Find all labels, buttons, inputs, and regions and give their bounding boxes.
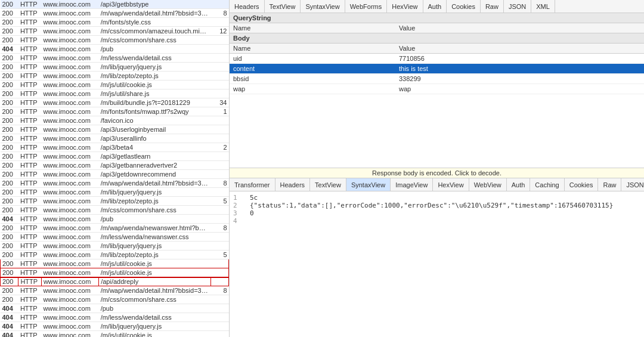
size-cell [210,322,228,331]
response-notice[interactable]: Response body is encoded. Click to decod… [230,168,644,178]
status-cell: 200 [1,268,18,277]
path-cell: /m/js/util/cookie.js [99,268,210,277]
path-cell: /m/css/common/share.css [99,36,210,45]
network-row[interactable]: 200 HTTP www.imooc.com /m/css/common/ama… [1,27,229,36]
top-tab[interactable]: Cookies [447,0,481,13]
network-row[interactable]: 200 HTTP www.imooc.com /m/less/wenda/det… [1,54,229,63]
path-cell: /m/fonts/fonts/mwap.ttf?s2wqy [99,107,210,116]
path-cell: /m/lib/jquery/jquery.js [99,188,210,197]
param-name: content [230,64,395,74]
network-row[interactable]: 200 HTTP www.imooc.com /m/fonts/fonts/mw… [1,107,229,116]
host-cell: www.imooc.com [41,36,98,45]
top-tab[interactable]: HexView [387,0,423,13]
size-cell [210,215,228,224]
sub-tab[interactable]: Caching [530,178,564,191]
network-row[interactable]: 200 HTTP www.imooc.com /m/fonts/style.cs… [1,18,229,27]
network-row[interactable]: 200 HTTP www.imooc.com /api3/getdownreco… [1,170,229,179]
status-cell: 200 [1,233,18,242]
path-cell: /m/fonts/style.css [99,18,210,27]
network-row[interactable]: 200 HTTP www.imooc.com /favicon.ico [1,116,229,125]
network-row[interactable]: 200 HTTP www.imooc.com /m/wap/wenda/deta… [1,179,229,188]
network-row[interactable]: 200 HTTP www.imooc.com /m/js/util/cookie… [1,268,229,277]
top-tab[interactable]: Auth [423,0,447,13]
top-tab[interactable]: TextView [265,0,301,13]
network-row[interactable]: 200 HTTP www.imooc.com /api3/getbbstype [1,0,229,9]
status-cell: 404 [1,45,18,54]
sub-tab[interactable]: Raw [598,178,621,191]
method-cell: HTTP [18,18,42,27]
network-row[interactable]: 200 HTTP www.imooc.com /api3/userloginby… [1,125,229,134]
network-row[interactable]: 200 HTTP www.imooc.com /m/js/util/share.… [1,89,229,98]
method-cell: HTTP [18,206,42,215]
path-cell: /m/lib/jquery/jquery.js [99,242,210,251]
sub-tab[interactable]: Cookies [565,178,599,191]
network-row[interactable]: 404 HTTP www.imooc.com /pub [1,45,229,54]
size-cell [210,0,228,9]
top-tab[interactable]: WebForms [345,0,388,13]
network-row[interactable]: 404 HTTP www.imooc.com /m/js/util/cookie… [1,331,229,338]
network-row[interactable]: 200 HTTP www.imooc.com /m/lib/zepto/zept… [1,72,229,81]
line-content: 5c [250,194,258,202]
top-tab[interactable]: JSON [504,0,531,13]
network-row[interactable]: 200 HTTP www.imooc.com /api/addreply [1,277,229,286]
size-cell [210,313,228,322]
status-cell: 200 [1,170,18,179]
sub-tab[interactable]: JSON [621,178,644,191]
path-cell: /m/css/common/amazeui.touch.min.css [99,27,210,36]
network-row[interactable]: 200 HTTP www.imooc.com /m/lib/zepto/zept… [1,197,229,206]
network-row[interactable]: 200 HTTP www.imooc.com /m/css/common/sha… [1,36,229,45]
network-row[interactable]: 404 HTTP www.imooc.com /pub [1,215,229,224]
status-cell: 200 [1,9,18,18]
network-row[interactable]: 200 HTTP www.imooc.com /m/wap/wenda/deta… [1,286,229,295]
size-cell [210,45,228,54]
sub-tab[interactable]: Headers [275,178,311,191]
sub-tab[interactable]: TextView [310,178,346,191]
network-row[interactable]: 200 HTTP www.imooc.com /m/build/bundle.j… [1,98,229,107]
network-row[interactable]: 200 HTTP www.imooc.com /api3/getlastlear… [1,152,229,161]
network-row[interactable]: 200 HTTP www.imooc.com /m/wap/wenda/deta… [1,9,229,18]
response-line: 15c [233,194,640,202]
sub-tab[interactable]: SyntaxView [346,178,391,191]
network-row[interactable]: 200 HTTP www.imooc.com /m/css/common/sha… [1,206,229,215]
network-row[interactable]: 200 HTTP www.imooc.com /m/js/util/cookie… [1,259,229,268]
method-cell: HTTP [18,295,42,304]
status-cell: 200 [1,161,18,170]
network-row[interactable]: 200 HTTP www.imooc.com /m/js/util/cookie… [1,81,229,89]
network-row[interactable]: 200 HTTP www.imooc.com /m/lib/zepto/zept… [1,251,229,259]
response-line: 2{"status":1,"data":[],"errorCode":1000,… [233,202,640,209]
sub-tab[interactable]: HexView [433,178,469,191]
host-cell: www.imooc.com [41,98,98,107]
top-tab[interactable]: SyntaxView [301,0,345,13]
host-cell: www.imooc.com [41,107,98,116]
network-row[interactable]: 404 HTTP www.imooc.com /pub [1,304,229,313]
sub-tab[interactable]: Transformer [230,178,275,191]
network-row[interactable]: 200 HTTP www.imooc.com /m/lib/jquery/jqu… [1,188,229,197]
network-row[interactable]: 200 HTTP www.imooc.com /api3/beta4 2 [1,143,229,152]
network-row[interactable]: 404 HTTP www.imooc.com /m/lib/jquery/jqu… [1,322,229,331]
host-cell: www.imooc.com [41,45,98,54]
method-cell: HTTP [18,304,42,313]
network-row[interactable]: 200 HTTP www.imooc.com /m/lib/jquery/jqu… [1,63,229,72]
path-cell: /api/addreply [99,277,210,286]
response-panel: Response body is encoded. Click to decod… [230,168,644,337]
response-line: 30 [233,209,640,217]
network-row[interactable]: 200 HTTP www.imooc.com /m/css/common/sha… [1,295,229,304]
sub-tab[interactable]: ImageView [391,178,433,191]
size-cell: 8 [210,286,228,295]
status-cell: 200 [1,18,18,27]
network-row[interactable]: 200 HTTP www.imooc.com /api3/getbannerad… [1,161,229,170]
network-row[interactable]: 200 HTTP www.imooc.com /m/wap/wenda/newa… [1,224,229,233]
sub-tab[interactable]: Auth [507,178,531,191]
network-row[interactable]: 200 HTTP www.imooc.com /m/lib/jquery/jqu… [1,242,229,251]
method-cell: HTTP [18,72,42,81]
network-row[interactable]: 404 HTTP www.imooc.com /m/less/wenda/det… [1,313,229,322]
host-cell: www.imooc.com [41,9,98,18]
top-tab[interactable]: Headers [230,0,265,13]
top-tab[interactable]: XML [531,0,555,13]
host-cell: www.imooc.com [41,224,98,233]
top-tab[interactable]: Raw [481,0,504,13]
size-cell [210,242,228,251]
sub-tab[interactable]: WebView [469,178,507,191]
network-row[interactable]: 200 HTTP www.imooc.com /api3/userallinfo [1,134,229,143]
network-row[interactable]: 200 HTTP www.imooc.com /m/less/wenda/new… [1,233,229,242]
